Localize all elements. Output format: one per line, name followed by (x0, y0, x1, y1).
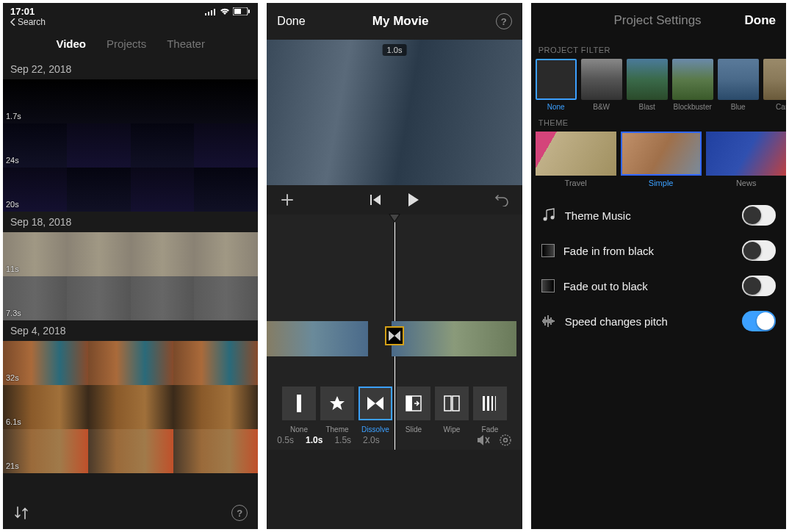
filter-blockbuster[interactable]: Blockbuster (672, 59, 713, 111)
status-bar: 17:01 (3, 3, 258, 17)
svg-point-17 (500, 435, 511, 445)
settings-screen: Project Settings Done PROJECT FILTER Non… (531, 3, 786, 529)
toggle-speed-pitch[interactable]: Speed changes pitch (531, 303, 786, 339)
tab-theater[interactable]: Theater (167, 37, 205, 50)
theme-travel[interactable]: Travel (536, 132, 616, 187)
undo-icon[interactable] (494, 193, 509, 206)
filter-list[interactable]: None B&W Blast Blockbuster Blue Cam (531, 59, 786, 111)
mute-icon[interactable] (477, 434, 490, 446)
filter-section-label: PROJECT FILTER (531, 38, 786, 59)
filter-blue[interactable]: Blue (718, 59, 759, 111)
help-icon[interactable]: ? (496, 13, 512, 29)
clip-row[interactable]: 24s (3, 123, 258, 168)
tab-video[interactable]: Video (56, 37, 86, 50)
clip-duration: 20s (6, 200, 19, 209)
transition-slide-button[interactable] (397, 387, 430, 420)
svg-point-20 (550, 216, 554, 220)
add-media-icon[interactable] (280, 193, 295, 207)
toggle-switch[interactable] (742, 276, 776, 296)
transition-none-button[interactable] (282, 387, 316, 420)
toggle-fade-in[interactable]: Fade in from black (531, 233, 786, 268)
svg-point-19 (543, 218, 547, 221)
playhead-arrow-icon (389, 214, 400, 223)
toggle-switch[interactable] (742, 205, 776, 226)
clip-row[interactable]: 21s (3, 429, 258, 473)
done-button[interactable]: Done (277, 15, 305, 28)
play-icon[interactable] (407, 193, 419, 206)
transition-fade-button[interactable] (473, 387, 507, 420)
clip-row[interactable]: 32s (3, 341, 258, 385)
transition-wipe-button[interactable] (435, 387, 469, 420)
clip-duration: 11s (6, 265, 19, 273)
duration-option[interactable]: 0.5s (277, 435, 294, 445)
transition-marker[interactable] (385, 326, 404, 345)
clip-duration: 21s (6, 461, 19, 470)
theme-simple[interactable]: Simple (621, 132, 702, 187)
timeline-clip[interactable] (392, 321, 516, 356)
editor-screen: Done My Movie ? 1.0s (267, 3, 522, 529)
filter-none[interactable]: None (536, 59, 577, 111)
library-tabs: Video Projects Theater (3, 32, 258, 59)
svg-rect-8 (297, 395, 301, 412)
toggle-theme-music[interactable]: Theme Music (531, 198, 786, 233)
filter-bw[interactable]: B&W (581, 59, 622, 111)
theme-list[interactable]: Travel Simple News (531, 132, 786, 187)
video-preview[interactable]: 1.0s (267, 40, 522, 185)
filter-blast[interactable]: Blast (627, 59, 668, 111)
fade-out-icon (541, 279, 555, 292)
svg-rect-0 (205, 13, 206, 15)
transition-theme-button[interactable] (320, 387, 354, 420)
theme-news[interactable]: News (706, 132, 786, 187)
settings-icon[interactable] (499, 434, 512, 447)
duration-row: 0.5s 1.0s 1.5s 2.0s (267, 431, 522, 450)
settings-title: Project Settings (571, 13, 745, 28)
music-icon (541, 208, 556, 223)
signal-icon (205, 8, 217, 15)
sort-icon[interactable] (13, 506, 29, 520)
date-header: Sep 18, 2018 (3, 212, 258, 232)
duration-option[interactable]: 1.5s (334, 435, 351, 445)
theme-section-label: THEME (531, 111, 786, 132)
library-bottom-bar: ? (3, 497, 258, 529)
filter-camo[interactable]: Cam (763, 59, 786, 111)
svg-rect-6 (248, 10, 250, 13)
back-search-button[interactable]: Search (3, 17, 258, 32)
tab-projects[interactable]: Projects (107, 37, 146, 50)
duration-option[interactable]: 1.0s (306, 435, 323, 445)
toggle-label: Fade out to black (563, 280, 648, 292)
duration-option[interactable]: 2.0s (363, 435, 380, 445)
done-button[interactable]: Done (744, 13, 776, 28)
timeline-clip[interactable] (267, 321, 368, 356)
date-header: Sep 22, 2018 (3, 59, 258, 79)
back-label: Search (18, 17, 46, 27)
svg-rect-7 (370, 195, 372, 205)
toggle-switch[interactable] (742, 311, 776, 331)
timeline[interactable]: None Theme Dissolve Slide Wipe Fade 0.5s… (267, 215, 522, 450)
toggle-switch[interactable] (742, 240, 776, 261)
prev-icon[interactable] (370, 195, 382, 205)
svg-rect-14 (487, 396, 489, 411)
clip-row[interactable]: 20s (3, 168, 258, 212)
clip-duration: 7.3s (6, 309, 21, 317)
clip-row[interactable]: 11s (3, 232, 258, 276)
clip-duration: 24s (6, 156, 19, 165)
svg-rect-13 (483, 396, 485, 411)
clip-row[interactable]: 1.7s (3, 79, 258, 123)
svg-rect-15 (491, 396, 493, 411)
clip-row[interactable]: 7.3s (3, 276, 258, 320)
transition-dissolve-button[interactable] (359, 387, 392, 420)
svg-point-18 (503, 439, 507, 442)
toggle-label: Theme Music (565, 209, 631, 222)
svg-rect-11 (444, 396, 451, 411)
clip-duration: 6.1s (6, 417, 21, 426)
svg-rect-1 (208, 12, 209, 15)
transport-bar (267, 185, 522, 215)
project-title: My Movie (372, 14, 429, 29)
clip-row[interactable]: 6.1s (3, 385, 258, 429)
svg-rect-10 (406, 396, 412, 411)
help-icon[interactable]: ? (231, 505, 248, 521)
svg-rect-12 (453, 396, 459, 411)
toggle-fade-out[interactable]: Fade out to black (531, 268, 786, 303)
clip-duration: 1.7s (6, 112, 21, 121)
status-icons (205, 7, 251, 15)
